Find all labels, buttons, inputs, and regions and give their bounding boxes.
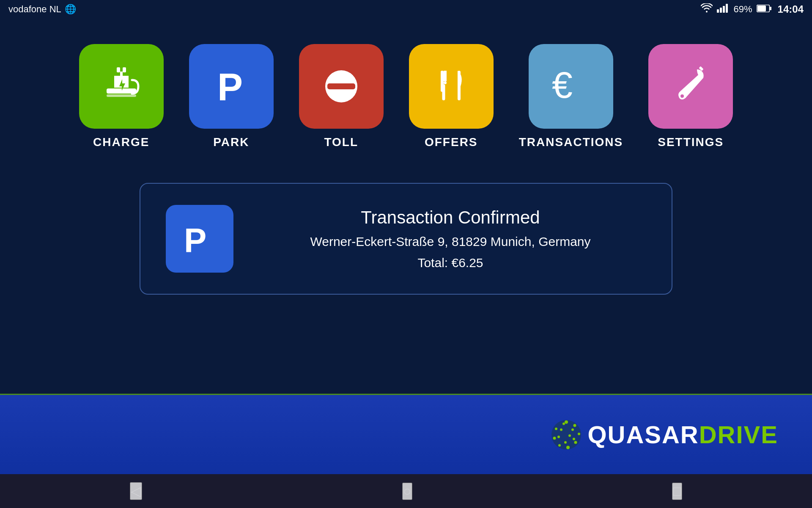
svg-rect-1 <box>720 8 722 13</box>
svg-point-30 <box>574 441 577 444</box>
svg-point-35 <box>562 422 565 425</box>
charge-icon[interactable] <box>79 44 164 129</box>
nav-back-button[interactable]: ◁ <box>130 482 142 500</box>
park-label: PARK <box>213 135 249 149</box>
svg-rect-9 <box>117 67 120 72</box>
svg-point-34 <box>555 428 557 430</box>
svg-point-22 <box>680 94 684 98</box>
sim-icon: 🌐 <box>65 4 76 15</box>
svg-point-37 <box>573 438 575 440</box>
brand-logo: QUASAR DRIVE <box>549 418 778 452</box>
transactions-label: TRANSACTIONS <box>519 135 623 149</box>
svg-point-26 <box>551 420 581 450</box>
svg-rect-10 <box>123 67 126 72</box>
toll-app-item[interactable]: TOLL <box>299 44 384 149</box>
main-content: CHARGE P PARK TOLL <box>0 19 812 394</box>
svg-point-38 <box>564 441 567 444</box>
park-app-item[interactable]: P PARK <box>189 44 274 149</box>
svg-rect-8 <box>107 94 136 97</box>
svg-rect-3 <box>726 4 728 13</box>
nav-bar: ◁ ○ □ <box>0 474 812 508</box>
svg-rect-15 <box>441 71 444 81</box>
svg-point-33 <box>553 436 556 439</box>
brand-globe-icon <box>549 418 583 452</box>
svg-rect-18 <box>442 84 445 100</box>
signal-icon <box>717 3 730 15</box>
svg-text:P: P <box>184 221 206 258</box>
svg-point-32 <box>558 444 561 447</box>
svg-rect-6 <box>770 7 771 10</box>
brand-quasar: QUASAR <box>587 420 699 449</box>
offers-icon[interactable] <box>409 44 494 129</box>
settings-app-item[interactable]: SETTINGS <box>648 44 733 149</box>
offers-label: OFFERS <box>425 135 478 149</box>
park-icon[interactable]: P <box>189 44 274 129</box>
svg-rect-0 <box>717 9 719 13</box>
transaction-park-icon: P <box>166 205 233 273</box>
wifi-icon <box>701 3 713 15</box>
svg-point-31 <box>566 446 570 449</box>
transactions-app-item[interactable]: € TRANSACTIONS <box>519 44 623 149</box>
transaction-title: Transaction Confirmed <box>361 207 540 228</box>
brand-drive: DRIVE <box>699 420 778 449</box>
status-indicators: 69% 14:04 <box>701 3 804 15</box>
nav-recent-button[interactable]: □ <box>672 483 682 500</box>
transaction-total: Total: €6.25 <box>417 256 483 270</box>
svg-rect-17 <box>444 81 447 84</box>
battery-icon <box>757 4 772 15</box>
settings-label: SETTINGS <box>658 135 724 149</box>
clock: 14:04 <box>778 3 804 15</box>
transaction-address: Werner-Eckert-Straße 9, 81829 Munich, Ge… <box>310 235 590 249</box>
svg-rect-13 <box>327 83 355 89</box>
charge-label: CHARGE <box>93 135 149 149</box>
svg-point-29 <box>578 433 580 435</box>
carrier-name: vodafone NL <box>8 4 61 15</box>
transaction-info: Transaction Confirmed Werner-Eckert-Stra… <box>255 207 646 270</box>
svg-rect-16 <box>444 71 447 81</box>
charge-app-item[interactable]: CHARGE <box>79 44 164 149</box>
transaction-card: P Transaction Confirmed Werner-Eckert-St… <box>140 183 672 295</box>
nav-home-button[interactable]: ○ <box>402 483 412 500</box>
brand-name: QUASAR DRIVE <box>587 420 778 449</box>
footer: QUASAR DRIVE <box>0 394 812 474</box>
battery-percentage: 69% <box>734 4 752 15</box>
svg-point-27 <box>565 420 568 424</box>
toll-label: TOLL <box>324 135 358 149</box>
app-grid: CHARGE P PARK TOLL <box>79 44 733 149</box>
offers-app-item[interactable]: OFFERS <box>409 44 494 149</box>
svg-point-40 <box>560 428 562 431</box>
svg-point-41 <box>568 434 571 437</box>
status-bar: vodafone NL 🌐 69% <box>0 0 812 19</box>
svg-point-28 <box>573 424 576 427</box>
carrier-info: vodafone NL 🌐 <box>8 4 76 15</box>
svg-rect-2 <box>723 6 725 13</box>
svg-rect-5 <box>757 6 766 11</box>
transactions-icon[interactable]: € <box>529 44 613 129</box>
svg-text:P: P <box>217 66 243 108</box>
settings-icon[interactable] <box>648 44 733 129</box>
svg-text:€: € <box>552 64 573 106</box>
svg-point-39 <box>557 436 560 438</box>
svg-point-36 <box>571 428 574 431</box>
toll-icon[interactable] <box>299 44 384 129</box>
